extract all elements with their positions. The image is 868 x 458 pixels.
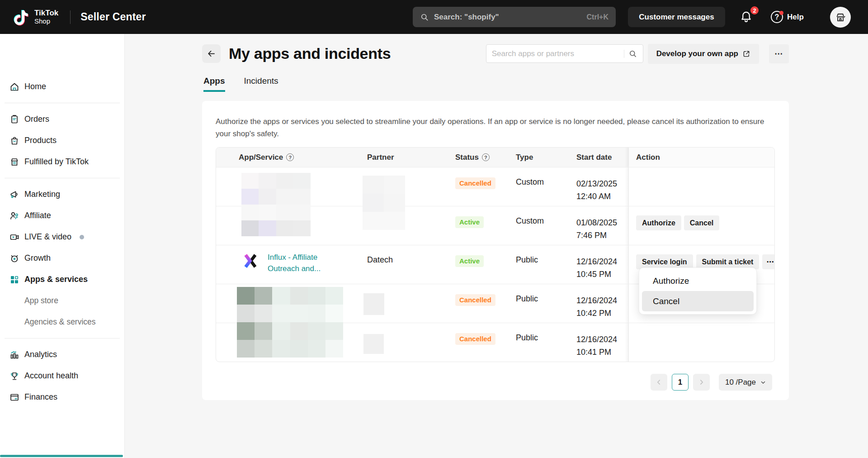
next-page-button[interactable]: [693, 374, 710, 391]
sidebar-label: Products: [24, 136, 57, 145]
sidebar-item-live-video[interactable]: LIVE & video: [0, 226, 124, 248]
global-search-placeholder: Search: "shopify": [434, 13, 499, 22]
sidebar-item-finances[interactable]: Finances: [0, 386, 124, 408]
status-badge: Cancelled: [455, 333, 495, 345]
sidebar-label: Finances: [24, 392, 57, 402]
status-badge: Active: [455, 216, 484, 228]
search-shortcut: Ctrl+K: [587, 13, 609, 21]
screen: TikTok Shop Seller Center Search: "shopi…: [0, 0, 868, 458]
apps-table-wrap: App/Service Partner Status T: [216, 147, 775, 362]
sidebar-item-growth[interactable]: Growth: [0, 248, 124, 269]
notification-badge: 2: [750, 5, 760, 15]
cancel-button[interactable]: Cancel: [684, 215, 719, 230]
finances-card-icon: [9, 392, 20, 403]
orders-icon: [9, 114, 20, 125]
search-icon: [420, 13, 429, 22]
status-cell: Cancelled: [445, 323, 509, 362]
tab-incidents[interactable]: Incidents: [244, 76, 278, 92]
sidebar-label: Agencies & services: [24, 317, 96, 327]
tab-apps[interactable]: Apps: [203, 76, 225, 92]
page-size-select[interactable]: 10 /Page: [719, 374, 772, 391]
time: 7:46 PM: [576, 229, 628, 242]
video-camera-icon: [9, 232, 20, 243]
sidebar-item-products[interactable]: Products: [0, 130, 124, 151]
sidebar-label: App store: [24, 296, 58, 305]
time: 10:45 PM: [576, 268, 628, 281]
action-cell: Authorize Cancel: [628, 206, 775, 245]
sidebar-item-app-store[interactable]: App store: [0, 290, 124, 311]
develop-app-label: Develop your own app: [656, 49, 738, 58]
header-more-button[interactable]: ⋯: [769, 44, 789, 63]
app-cell: Influx - Affiliate Outreach and...: [216, 245, 357, 284]
authorize-button[interactable]: Authorize: [636, 215, 681, 230]
field-divider: [624, 50, 624, 58]
sidebar-item-account-health[interactable]: Account health: [0, 365, 124, 386]
sidebar-item-agencies-services[interactable]: Agencies & services: [0, 311, 124, 333]
col-header-label: Type: [516, 153, 533, 162]
table-header-row: App/Service Partner Status T: [216, 148, 774, 167]
notifications-button[interactable]: 2: [740, 10, 760, 28]
sidebar-item-apps-services[interactable]: Apps & services: [0, 269, 124, 290]
develop-app-button[interactable]: Develop your own app: [648, 44, 759, 64]
status-cell: Cancelled: [445, 167, 509, 206]
tabs: Apps Incidents: [202, 76, 789, 92]
type-cell: Custom: [509, 167, 569, 206]
sidebar-item-home[interactable]: Home: [0, 76, 124, 97]
prev-page-button[interactable]: [651, 374, 667, 391]
dropdown-item-cancel[interactable]: Cancel: [642, 291, 754, 311]
col-header-label: Start date: [576, 153, 612, 162]
chevron-down-icon: [760, 380, 766, 385]
external-link-icon: [742, 50, 750, 58]
shop-avatar[interactable]: [830, 7, 851, 28]
col-header-label: Status: [455, 153, 479, 162]
app-name-link[interactable]: Influx - Affiliate Outreach and...: [268, 252, 340, 284]
sidebar-item-fulfilled-by-tiktok[interactable]: Fulfilled by TikTok: [0, 151, 124, 172]
status-cell: Active: [445, 206, 509, 245]
action-cell: [628, 167, 775, 206]
apps-search-input[interactable]: [492, 49, 621, 58]
redacted-app-name: [237, 287, 343, 358]
sidebar-item-affiliate[interactable]: Affiliate: [0, 205, 124, 226]
affiliate-people-icon: [9, 210, 20, 221]
sidebar-label: Analytics: [24, 350, 57, 359]
sidebar-label: Fulfilled by TikTok: [24, 157, 89, 167]
influx-app-logo-icon: [242, 253, 259, 270]
back-button[interactable]: [202, 44, 221, 63]
sidebar-item-analytics[interactable]: Analytics: [0, 344, 124, 365]
search-icon[interactable]: [628, 49, 637, 58]
redacted-app-name: [241, 173, 311, 236]
fulfillment-icon: [9, 157, 20, 167]
sidebar-item-orders[interactable]: Orders: [0, 109, 124, 130]
sidebar-item-marketing[interactable]: Marketing: [0, 184, 124, 205]
current-page-button[interactable]: 1: [672, 374, 689, 391]
apps-search-field[interactable]: [486, 44, 643, 63]
brand[interactable]: TikTok Shop Seller Center: [12, 0, 146, 34]
status-help-icon[interactable]: [482, 153, 490, 161]
app-service-help-icon[interactable]: [286, 153, 294, 161]
status-badge: Active: [455, 255, 484, 267]
start-date-cell: 01/08/2025 7:46 PM: [569, 206, 628, 245]
dropdown-item-authorize[interactable]: Authorize: [642, 271, 754, 291]
status-cell: Active: [445, 245, 509, 284]
col-header-app: App/Service: [216, 148, 357, 167]
product-name: Seller Center: [80, 11, 146, 23]
help-label: Help: [787, 13, 804, 22]
redacted-partner-name: [363, 176, 405, 230]
partner-cell: Datech: [357, 245, 445, 284]
global-search[interactable]: Search: "shopify" Ctrl+K: [413, 7, 616, 27]
col-header-start-date: Start date: [569, 148, 628, 167]
horizontal-scrollbar-thumb[interactable]: [0, 455, 123, 457]
chevron-left-icon: [656, 379, 662, 385]
help-button[interactable]: ? Help: [771, 11, 804, 23]
sidebar-label: Home: [24, 82, 46, 91]
arrow-left-icon: [207, 49, 216, 58]
time: 10:42 PM: [576, 307, 628, 320]
customer-messages-button[interactable]: Customer messages: [628, 7, 725, 27]
sidebar: Home Orders Products Fulfilled by TikTok: [0, 34, 125, 458]
live-video-notification-dot: [80, 235, 84, 239]
row-more-button[interactable]: ⋯: [762, 254, 775, 269]
col-header-label: Action: [636, 153, 660, 162]
analytics-icon: [9, 349, 20, 360]
col-header-label: App/Service: [239, 153, 283, 162]
tiktok-logo-icon: [12, 7, 30, 27]
